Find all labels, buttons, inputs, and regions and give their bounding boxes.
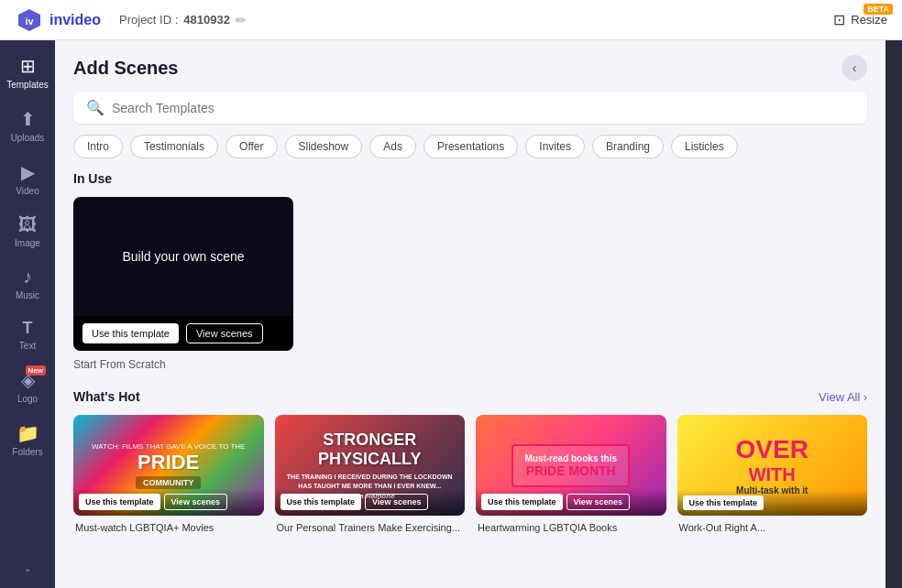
- panel-header: Add Scenes ‹: [55, 40, 886, 92]
- workout-card-label: Work-Out Right A...: [677, 521, 868, 539]
- templates-icon: ⊞: [20, 55, 36, 77]
- search-icon: 🔍: [86, 99, 104, 116]
- project-id-label: Project ID : 4810932 ✏: [119, 13, 247, 27]
- fitness-main-text: STRONGER PHYSICALLY: [282, 430, 458, 469]
- content-panel: Add Scenes ‹ 🔍 Intro Testimonials Offer …: [55, 40, 886, 588]
- sidebar-item-image[interactable]: 🖼 Image: [4, 207, 51, 256]
- workout-card-buttons: Use this template: [677, 490, 868, 516]
- fitness-card-buttons: Use this template View scenes: [275, 488, 466, 516]
- fitness-card-label: Our Personal Trainers Make Exercising...: [275, 521, 466, 539]
- template-card-workout[interactable]: OVER WITH Multi-task with it Use this te…: [677, 415, 868, 539]
- view-scenes-fitness[interactable]: View scenes: [365, 494, 428, 510]
- search-input[interactable]: [112, 101, 854, 115]
- resize-button[interactable]: ⊡ Resize BETA: [833, 11, 887, 28]
- resize-label: Resize: [851, 13, 887, 27]
- in-use-card-buttons: Use this template View scenes: [73, 316, 293, 351]
- chip-ads[interactable]: Ads: [369, 135, 416, 158]
- sidebar-label-image: Image: [15, 238, 40, 248]
- sidebar-item-logo[interactable]: New ◈ Logo: [4, 362, 51, 411]
- template-grid: WATCH: FILMS THAT GAVE A VOICE TO THE PR…: [73, 415, 867, 539]
- pride-card-image: WATCH: FILMS THAT GAVE A VOICE TO THE PR…: [73, 415, 264, 516]
- sidebar-label-folders: Folders: [12, 447, 42, 457]
- template-card-books[interactable]: Must-read books this PRIDE MONTH Use thi…: [476, 415, 666, 539]
- in-use-card-inner: Build your own scene: [73, 197, 293, 316]
- in-use-section-label: In Use: [73, 171, 867, 186]
- view-all-arrow-icon: ›: [864, 391, 867, 404]
- invideo-logo-icon: iv: [15, 5, 44, 35]
- templates-scroll: In Use Build your own scene Use this tem…: [55, 171, 886, 588]
- chip-offer[interactable]: Offer: [226, 135, 277, 158]
- chip-listicles[interactable]: Listicles: [671, 135, 738, 158]
- whats-hot-label: What's Hot: [73, 389, 140, 404]
- workout-over-text: OVER: [736, 435, 808, 464]
- sidebar-item-video[interactable]: ▶ Video: [4, 154, 51, 203]
- collapse-button[interactable]: ‹: [842, 55, 867, 81]
- beta-badge: BETA: [864, 4, 893, 15]
- view-all-button[interactable]: View All ›: [819, 390, 867, 404]
- chip-invites[interactable]: Invites: [525, 135, 585, 158]
- books-card-text: Must-read books this PRIDE MONTH: [504, 437, 637, 495]
- uploads-icon: ⬆: [20, 108, 36, 130]
- view-scenes-pride[interactable]: View scenes: [164, 494, 227, 510]
- filter-chips: Intro Testimonials Offer Slideshow Ads P…: [55, 135, 886, 171]
- sidebar-item-folders[interactable]: 📁 Folders: [4, 415, 51, 464]
- text-icon: T: [23, 319, 33, 338]
- logo[interactable]: iv invideo: [15, 5, 101, 35]
- fitness-card-image: STRONGER PHYSICALLY THE TRAINING I RECEI…: [275, 415, 466, 516]
- more-icon: ⌄: [24, 563, 31, 573]
- template-card-fitness[interactable]: STRONGER PHYSICALLY THE TRAINING I RECEI…: [275, 415, 466, 539]
- chip-branding[interactable]: Branding: [592, 135, 664, 158]
- sidebar-item-music[interactable]: ♪ Music: [4, 259, 51, 308]
- workout-card: OVER WITH Multi-task with it Use this te…: [677, 415, 868, 516]
- template-card-pride[interactable]: WATCH: FILMS THAT GAVE A VOICE TO THE PR…: [73, 415, 264, 539]
- books-card: Must-read books this PRIDE MONTH Use thi…: [476, 415, 666, 516]
- chip-testimonials[interactable]: Testimonials: [130, 135, 218, 158]
- pride-card: WATCH: FILMS THAT GAVE A VOICE TO THE PR…: [73, 415, 264, 516]
- image-icon: 🖼: [18, 214, 37, 235]
- sidebar-label-logo: Logo: [17, 394, 38, 404]
- sidebar-more-button[interactable]: ⌄: [4, 556, 51, 581]
- invideo-wordmark: invideo: [50, 12, 101, 28]
- in-use-card: Build your own scene Use this template V…: [73, 197, 293, 351]
- new-badge-logo: New: [26, 365, 46, 376]
- chip-presentations[interactable]: Presentations: [424, 135, 518, 158]
- sidebar-label-text: Text: [19, 341, 36, 351]
- right-panel: [886, 40, 902, 588]
- chip-slideshow[interactable]: Slideshow: [285, 135, 363, 158]
- books-must-text: Must-read books this: [524, 453, 617, 463]
- music-icon: ♪: [23, 267, 32, 288]
- search-bar: 🔍: [73, 92, 867, 124]
- svg-text:iv: iv: [25, 16, 34, 27]
- pride-card-buttons: Use this template View scenes: [73, 488, 264, 516]
- fitness-card: STRONGER PHYSICALLY THE TRAINING I RECEI…: [275, 415, 466, 516]
- use-template-fitness[interactable]: Use this template: [280, 494, 362, 510]
- use-template-pride[interactable]: Use this template: [79, 494, 160, 510]
- fitness-quote-text: THE TRAINING I RECEIVED DURING THE LOCKD…: [282, 473, 458, 489]
- view-scenes-button-in-use[interactable]: View scenes: [186, 323, 263, 343]
- view-scenes-books[interactable]: View scenes: [566, 494, 630, 510]
- sidebar-label-video: Video: [16, 186, 38, 196]
- books-pride-text: PRIDE MONTH: [524, 463, 617, 478]
- edit-project-icon[interactable]: ✏: [236, 13, 247, 27]
- use-template-button-in-use[interactable]: Use this template: [82, 323, 179, 343]
- books-card-buttons: Use this template View scenes: [476, 488, 666, 516]
- sidebar-label-music: Music: [16, 290, 39, 300]
- books-card-image: Must-read books this PRIDE MONTH Use thi…: [476, 415, 666, 516]
- pride-title-text: PRIDE: [92, 451, 245, 474]
- workout-card-image: OVER WITH Multi-task with it Use this te…: [677, 415, 868, 516]
- sidebar-label-uploads: Uploads: [11, 133, 45, 143]
- sidebar-item-uploads[interactable]: ⬆ Uploads: [4, 101, 51, 150]
- books-card-label: Heartwarming LGBTQIA Books: [476, 521, 666, 539]
- sidebar-label-templates: Templates: [6, 80, 49, 90]
- use-template-workout[interactable]: Use this template: [683, 495, 764, 510]
- workout-with-text: WITH: [736, 464, 808, 485]
- page-title: Add Scenes: [73, 58, 178, 79]
- sidebar-item-templates[interactable]: ⊞ Templates: [4, 48, 51, 97]
- pride-watch-text: WATCH: FILMS THAT GAVE A VOICE TO THE: [92, 442, 245, 451]
- folders-icon: 📁: [16, 422, 39, 444]
- books-frame: Must-read books this PRIDE MONTH: [512, 444, 630, 487]
- whats-hot-header: What's Hot View All ›: [73, 389, 867, 404]
- use-template-books[interactable]: Use this template: [481, 494, 563, 510]
- chip-intro[interactable]: Intro: [73, 135, 123, 158]
- sidebar-item-text[interactable]: T Text: [4, 311, 51, 358]
